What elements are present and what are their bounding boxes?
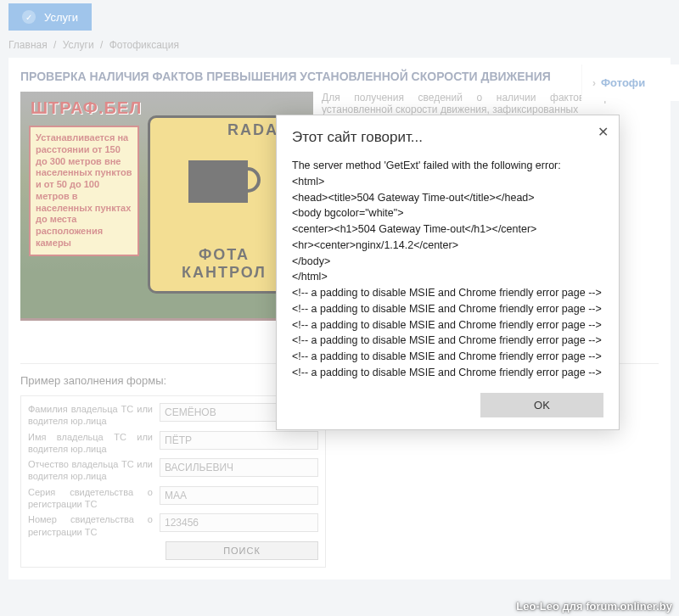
watermark: Leo-Leo для forum.onliner.by <box>516 600 672 613</box>
close-icon[interactable]: ✕ <box>598 124 609 140</box>
dialog-title: Этот сайт говорит... <box>292 129 603 146</box>
alert-dialog: ✕ Этот сайт говорит... The server method… <box>276 115 620 430</box>
dialog-body: The server method 'GetExt' failed with t… <box>292 158 603 381</box>
ok-button[interactable]: OK <box>480 393 603 417</box>
